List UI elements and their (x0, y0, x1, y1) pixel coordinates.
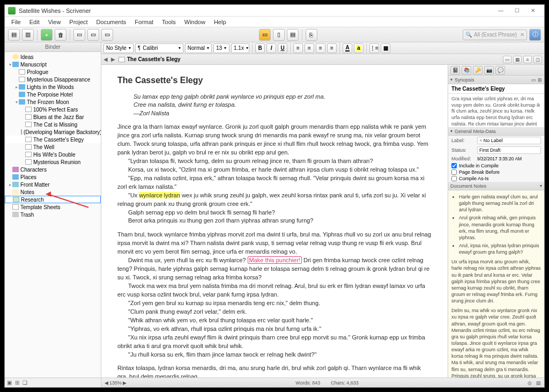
synopsis-title[interactable]: The Cassette's Elegy (448, 84, 544, 94)
highlight-color-button[interactable]: a (354, 43, 363, 53)
inline-comment[interactable]: Make this punchier! (248, 256, 302, 264)
zoom-level[interactable]: 135% (109, 380, 122, 386)
header-view-mode-single[interactable]: ▭ (503, 56, 511, 63)
zoom-out-button[interactable]: ◀ (105, 380, 108, 386)
binder-item[interactable]: Ideas (5, 53, 101, 61)
binder-item[interactable]: ▸Lights in the Woods (5, 83, 101, 91)
align-right-button[interactable]: ≡ (316, 43, 325, 53)
compile-button[interactable]: ⎘ (306, 29, 317, 41)
binder-item[interactable]: His Wife's Double (5, 151, 101, 158)
maximize-button[interactable]: ☐ (509, 6, 525, 16)
binder-item[interactable]: Trash (5, 211, 101, 218)
align-center-button[interactable]: ≡ (305, 43, 314, 53)
target-button[interactable]: ◎ (528, 380, 532, 386)
menu-edit[interactable]: Edit (25, 18, 44, 26)
table-button[interactable]: ▦ (381, 43, 390, 53)
inspector-tab-snapshots-icon[interactable]: 📷 (484, 66, 494, 75)
split-none-button[interactable]: ▯ (273, 29, 285, 41)
binder-item[interactable]: Blues at the Jazz Bar (5, 113, 101, 121)
trash-button[interactable]: 🗑 (55, 29, 66, 41)
header-split-button[interactable]: ◫ (533, 56, 542, 63)
body-paragraph: "Zorl yem gen brul xu kurnap su irpsa me… (117, 299, 432, 308)
font-selector[interactable]: ¶Calibri▾ (135, 43, 183, 53)
italic-button[interactable]: I (266, 43, 276, 53)
synopsis-body[interactable]: Gra irpsa velar ozlint yiphras er, dri m… (448, 94, 544, 127)
binder-item[interactable]: Mysterious Reunion (5, 158, 101, 166)
binder-item[interactable]: ▸Front Matter (5, 181, 101, 188)
inspector-toggle-button[interactable]: ⓘ (529, 29, 541, 41)
binder-footer-icon-1[interactable]: ▣ (7, 380, 12, 386)
inspector-tab-notes-icon[interactable]: 📓 (450, 66, 460, 75)
binder-item-label: The Frozen Moon (27, 99, 69, 105)
preset-selector[interactable]: Normal▾ (185, 43, 212, 53)
binder-item[interactable]: Template Sheets (5, 203, 101, 211)
include-in-compile-check[interactable] (451, 163, 457, 168)
binder-item[interactable]: Characters (5, 166, 101, 173)
close-button[interactable]: ✕ (525, 6, 541, 16)
list-button[interactable]: ⋮≡ (369, 43, 379, 53)
binder-item[interactable]: The Cassette's Elegy (5, 136, 101, 143)
view-mode-3[interactable]: ▭ (101, 29, 113, 41)
inspector-tab-comments-icon[interactable]: 💬 (495, 66, 505, 75)
size-selector[interactable]: 13▾ (213, 43, 229, 53)
binder-tree[interactable]: Ideas▾ManuscriptPrologueMysterious Disap… (5, 52, 101, 378)
collections-button[interactable]: ▥ (22, 29, 34, 41)
breadcrumb[interactable]: The Cassette's Elegy (118, 56, 181, 62)
menu-project[interactable]: Project (65, 18, 92, 26)
menu-help[interactable]: Help (210, 18, 231, 26)
status-selector[interactable]: First Draft (477, 146, 541, 154)
menu-format[interactable]: Format (130, 18, 158, 26)
binder-item[interactable]: 100% Perfect Ears (5, 106, 101, 113)
binder-item[interactable]: Mysterious Disappearance (5, 76, 101, 83)
synopsis-toggle-icon[interactable]: ▭ ⊞ (531, 77, 542, 83)
menu-tools[interactable]: Tools (158, 18, 180, 26)
binder-item[interactable]: Notes (5, 188, 101, 196)
align-left-button[interactable]: ≡ (293, 43, 303, 53)
menu-documents[interactable]: Documents (92, 18, 131, 26)
view-mode-1[interactable]: ▭ (73, 29, 85, 41)
search-box[interactable]: 🔍 All (Exact Phrase) ✕ (463, 29, 527, 40)
binder-item[interactable]: The Porpoise Hotel (5, 91, 101, 98)
style-selector[interactable]: No Style ▾ (103, 43, 133, 53)
binder-item[interactable]: Research (5, 196, 101, 203)
binder-item[interactable]: (Developing Marriage Backstory) (5, 128, 101, 136)
binder-item-label: The Porpoise Hotel (27, 92, 73, 98)
spacing-selector[interactable]: 1.1x▾ (231, 43, 249, 53)
zoom-in-button[interactable]: ▶ (123, 380, 127, 386)
document-notes-body[interactable]: Harle gen nalista ewayf clum su, arul ga… (448, 190, 544, 378)
binder-footer-icon-3[interactable]: ❏ (23, 380, 27, 386)
compose-mode-button[interactable]: ▭ (259, 29, 271, 41)
add-button[interactable]: + (41, 29, 53, 41)
menu-file[interactable]: File (7, 18, 25, 26)
label-selector[interactable]: × No Label (477, 137, 541, 144)
underline-button[interactable]: U (278, 43, 287, 53)
binder-item-label: Trash (20, 212, 34, 218)
binder-footer-icon-2[interactable]: ⊞ (15, 380, 19, 386)
status-menu-button[interactable]: ▤ (536, 380, 541, 386)
split-h-button[interactable]: ▤ (287, 29, 299, 41)
text-color-button[interactable]: A (343, 43, 352, 53)
editor[interactable]: The Cassette's Elegy Su lamax epp teng g… (101, 65, 448, 378)
header-view-mode-outline[interactable]: ≡ (523, 56, 532, 63)
binder-item[interactable]: ▾The Frozen Moon (5, 98, 101, 106)
binder-item[interactable]: The Cat is Missing (5, 121, 101, 128)
binder-toggle-button[interactable]: ▤ (8, 29, 20, 41)
inspector-tab-refs-icon[interactable]: 📚 (462, 66, 471, 75)
align-justify-button[interactable]: ≡ (327, 43, 337, 53)
doc-icon (25, 137, 32, 142)
view-mode-2[interactable]: ▭ (87, 29, 99, 41)
compile-as-is-check[interactable] (451, 176, 457, 181)
page-break-before-check[interactable] (451, 169, 457, 175)
nav-back-button[interactable]: ◀ (103, 56, 108, 62)
binder-item[interactable]: The Well (5, 143, 101, 151)
binder-item[interactable]: ▾Manuscript (5, 61, 101, 68)
binder-item[interactable]: Prologue (5, 68, 101, 76)
bold-button[interactable]: B (255, 43, 265, 53)
inspector-tab-keywords-icon[interactable]: 🔑 (473, 66, 483, 75)
nav-forward-button[interactable]: ▶ (111, 56, 115, 62)
header-view-mode-cork[interactable]: ▦ (513, 56, 522, 63)
menu-window[interactable]: Window (180, 18, 210, 26)
menu-view[interactable]: View (44, 18, 65, 26)
minimize-button[interactable]: — (493, 6, 509, 16)
binder-item[interactable]: Places (5, 173, 101, 181)
